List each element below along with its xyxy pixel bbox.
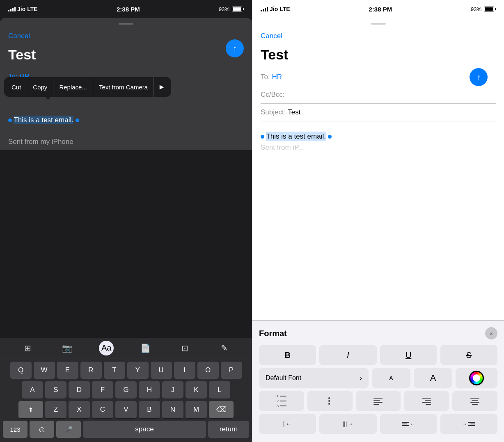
key-c[interactable]: C: [92, 401, 113, 418]
drag-handle[interactable]: [119, 23, 133, 25]
rbar4: [267, 7, 268, 11]
left-body-text[interactable]: This is a test email.: [8, 112, 244, 129]
key-y[interactable]: Y: [127, 362, 149, 379]
right-sel-handle-left: [261, 135, 264, 139]
format-panel: Format × B I U S Default Font › A A: [252, 320, 504, 442]
key-v[interactable]: V: [115, 401, 137, 418]
right-to-value[interactable]: HR: [272, 73, 282, 81]
left-cancel-button[interactable]: Cancel: [8, 30, 30, 42]
right-battery-icon: [484, 7, 496, 11]
key-j[interactable]: J: [162, 381, 183, 399]
key-n[interactable]: N: [162, 401, 183, 418]
text-direction-left-button[interactable]: ←: [380, 414, 437, 434]
send-arrow-icon: ↑: [233, 44, 237, 53]
right-compose-area: Cancel Test ↑ To: HR Cc/Bcc: Subject: Te…: [252, 18, 504, 126]
underline-button[interactable]: U: [380, 345, 437, 365]
key-w[interactable]: W: [34, 362, 55, 379]
key-row-3: ⬆ Z X C V B N M ⌫: [2, 401, 250, 418]
markup-toolbar-icon[interactable]: ✎: [217, 341, 231, 355]
right-drag-handle[interactable]: [371, 23, 386, 25]
key-t[interactable]: T: [104, 362, 125, 379]
align-right-button[interactable]: [404, 391, 449, 411]
format-row-2: Default Font › A A: [259, 368, 497, 388]
key-delete[interactable]: ⌫: [209, 401, 234, 418]
strikethrough-button[interactable]: S: [440, 345, 497, 365]
key-z[interactable]: Z: [45, 401, 66, 418]
context-camera[interactable]: Text from Camera: [93, 77, 154, 97]
align-center-button[interactable]: [452, 391, 497, 411]
indent-decrease-button[interactable]: |←: [259, 414, 316, 434]
rbar1: [261, 10, 262, 11]
key-e[interactable]: E: [57, 362, 78, 379]
key-i[interactable]: I: [174, 362, 195, 379]
numbered-list-button[interactable]: 1 2 3: [259, 391, 304, 411]
key-m[interactable]: M: [186, 401, 207, 418]
bold-button[interactable]: B: [259, 345, 316, 365]
right-send-button[interactable]: ↑: [470, 68, 488, 86]
font-size-large-button[interactable]: A: [414, 368, 452, 388]
left-subject-title: Test: [8, 47, 244, 63]
context-cut[interactable]: Cut: [6, 77, 27, 97]
key-d[interactable]: D: [69, 381, 90, 399]
align-left-button[interactable]: [356, 391, 401, 411]
format-title: Format: [259, 329, 287, 338]
left-send-button[interactable]: ↑: [226, 39, 244, 57]
key-o[interactable]: O: [197, 362, 219, 379]
right-email-body: This is a test email. Sent from iP...: [252, 126, 504, 320]
italic-button[interactable]: I: [319, 345, 376, 365]
right-sel-handle-right: [328, 135, 332, 139]
document-toolbar-icon[interactable]: 📄: [138, 341, 153, 355]
key-g[interactable]: G: [115, 381, 137, 399]
align-right-icon: [422, 398, 431, 405]
key-b[interactable]: B: [139, 401, 160, 418]
right-subject-value[interactable]: Test: [288, 108, 300, 116]
context-more-arrow[interactable]: ►: [154, 77, 170, 97]
key-space[interactable]: space: [83, 421, 206, 438]
key-a[interactable]: A: [22, 381, 43, 399]
text-direction-right-icon: →: [462, 421, 475, 427]
key-p[interactable]: P: [221, 362, 242, 379]
left-time: 2:38 PM: [117, 6, 140, 13]
key-mic[interactable]: 🎤: [56, 421, 81, 438]
color-wheel-icon: [469, 371, 484, 385]
photo-toolbar-icon[interactable]: ⊞: [21, 341, 35, 355]
key-return[interactable]: return: [208, 421, 249, 438]
bar1: [8, 10, 9, 11]
key-u[interactable]: U: [151, 362, 172, 379]
scan-toolbar-icon[interactable]: ⊡: [177, 341, 192, 355]
indent-decrease-icon: |←: [283, 420, 292, 428]
numbered-list-icon: 1 2 3: [277, 394, 286, 408]
left-keyboard: ⊞ 📷 Aa 📄 ⊡ ✎ Q W E R T Y U I O P A: [0, 338, 252, 442]
context-replace[interactable]: Replace...: [53, 77, 93, 97]
right-cc-label: Cc/Bcc:: [261, 91, 285, 99]
key-k[interactable]: K: [186, 381, 207, 399]
key-l[interactable]: L: [209, 381, 230, 399]
bar3: [12, 8, 14, 11]
format-close-button[interactable]: ×: [485, 327, 497, 339]
context-copy[interactable]: Copy: [27, 77, 53, 97]
bullet-list-button[interactable]: [307, 391, 353, 411]
key-emoji[interactable]: ☺: [30, 421, 54, 438]
indent-increase-button[interactable]: |||→: [319, 414, 376, 434]
right-cancel-button[interactable]: Cancel: [261, 30, 282, 42]
align-left-icon: [373, 398, 383, 405]
key-s[interactable]: S: [45, 381, 66, 399]
text-direction-left-icon: ←: [402, 421, 415, 427]
key-f[interactable]: F: [92, 381, 113, 399]
color-picker-button[interactable]: [456, 368, 497, 388]
carrier-name: Jio: [17, 6, 25, 12]
font-size-small-button[interactable]: A: [372, 368, 410, 388]
key-numbers[interactable]: 123: [3, 421, 27, 438]
key-h[interactable]: H: [139, 381, 160, 399]
key-r[interactable]: R: [80, 362, 102, 379]
key-x[interactable]: X: [69, 401, 90, 418]
right-send-arrow-icon: ↑: [477, 73, 481, 82]
format-toolbar-icon[interactable]: Aa: [99, 341, 114, 355]
right-body-text[interactable]: This is a test email.: [261, 131, 496, 142]
right-network: LTE: [279, 6, 290, 12]
camera-toolbar-icon[interactable]: 📷: [60, 341, 74, 355]
key-q[interactable]: Q: [10, 362, 32, 379]
text-direction-right-button[interactable]: →: [440, 414, 497, 434]
font-picker-button[interactable]: Default Font ›: [259, 368, 369, 388]
key-shift[interactable]: ⬆: [18, 401, 43, 418]
